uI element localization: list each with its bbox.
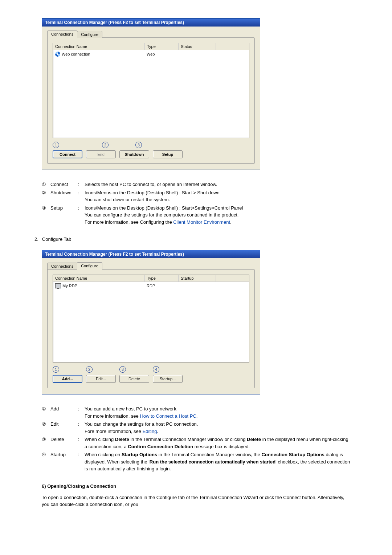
t4a-pre: When clicking on: [85, 452, 122, 457]
explanations-1: ① Connect : Selects the host PC to conne…: [42, 181, 350, 226]
section-2-num: 2.: [34, 236, 38, 242]
callout2-3: 3: [119, 366, 126, 373]
dialog1-callouts: 1 2 3: [53, 142, 249, 149]
num2-2: ②: [42, 421, 48, 435]
num-3: ③: [42, 204, 48, 226]
dialog1-buttons: Connect End Shutdown Setup: [53, 150, 249, 158]
text-startup: When clicking on Startup Options in the …: [85, 451, 350, 473]
dialog2-panel: Connection Name Type Startup My RDP RDP …: [47, 269, 255, 388]
label-shutdown: Shutdown: [50, 189, 75, 203]
setup-button[interactable]: Setup: [153, 150, 183, 158]
num-1: ①: [42, 181, 48, 188]
cell-name-2: My RDP: [53, 283, 144, 289]
dialog1-tabbar: Connections Configure: [47, 31, 255, 38]
end-button[interactable]: End: [86, 150, 116, 158]
tab-configure[interactable]: Configure: [77, 31, 102, 38]
t3b: You can configure the settings for the c…: [85, 212, 238, 218]
num2-3: ③: [42, 436, 48, 450]
t3c-pre: For more information, see Configuring th…: [85, 219, 173, 225]
text-setup: Icons/Menus on the Desktop (Desktop Shel…: [85, 204, 350, 226]
colon: :: [78, 451, 82, 473]
t3a-pre: When clicking: [85, 437, 115, 442]
dialog2-listbox[interactable]: Connection Name Type Startup My RDP RDP: [53, 275, 249, 362]
dialog2-body: Connections Configure Connection Name Ty…: [42, 258, 260, 394]
t3b-b2: Confirm Connection Deletion: [128, 444, 193, 449]
col-type[interactable]: Type: [145, 43, 179, 50]
text-edit: You can change the settings for a host P…: [85, 421, 350, 435]
text-delete: When clicking Delete in the Terminal Con…: [85, 436, 350, 450]
startup-button[interactable]: Startup...: [153, 375, 183, 383]
label-edit: Edit: [50, 421, 75, 435]
connect-button[interactable]: Connect: [53, 150, 82, 158]
shutdown-button[interactable]: Shutdown: [119, 150, 149, 158]
text-add: You can add a new host PC to your networ…: [85, 405, 350, 420]
link-how-to-connect[interactable]: How to Connect a Host PC: [140, 413, 196, 419]
col-startup-2[interactable]: Startup: [179, 275, 216, 281]
delete-button[interactable]: Delete: [119, 375, 149, 383]
add-button[interactable]: Add...: [53, 375, 82, 383]
num2-4: ④: [42, 451, 48, 473]
t4a-b2: Connection Startup Options: [261, 452, 324, 457]
dialog1-panel: Connection Name Type Status Web connecti…: [47, 37, 255, 164]
label-delete: Delete: [50, 436, 75, 450]
list-row-2[interactable]: My RDP RDP: [53, 282, 249, 290]
dialog2-callouts: 1 2 3 4: [53, 366, 249, 373]
col-status[interactable]: Status: [179, 43, 216, 50]
dialog1-body: Connections Configure Connection Name Ty…: [42, 27, 260, 170]
colon: :: [78, 421, 82, 435]
label-add: Add: [50, 405, 75, 420]
t3b-b1: Delete: [247, 437, 261, 442]
link-editing[interactable]: Editing: [143, 429, 157, 434]
dialog2-tabbar: Connections Configure: [47, 262, 255, 270]
tab-connections-2[interactable]: Connections: [47, 263, 77, 270]
dialog2-title: Terminal Connection Manager (Press F2 to…: [42, 250, 260, 258]
t4a-mid: in the Terminal Connection Manager windo…: [157, 452, 261, 457]
callout-3: 3: [135, 142, 142, 148]
colon: :: [78, 181, 82, 188]
section-2-header: 2. Configure Tab: [34, 236, 350, 242]
text-shutdown: Icons/Menus on the Desktop (Desktop Shel…: [85, 189, 350, 203]
cell-startup-2: [178, 283, 215, 289]
cell-name: Web connection: [53, 51, 144, 57]
t4a-b1: Startup Options: [122, 452, 157, 457]
t4a-b3: Run the selected connection automaticall…: [150, 459, 275, 465]
col-type-2[interactable]: Type: [145, 275, 179, 281]
callout-1: 1: [53, 142, 59, 148]
ie-icon: [55, 52, 60, 57]
cell-status: [178, 51, 215, 57]
t3b-post: message box is displayed.: [193, 444, 250, 449]
t2b: You can shut down or restart the system.: [85, 197, 170, 202]
tab-configure-2[interactable]: Configure: [77, 262, 102, 270]
dialog1-listbox[interactable]: Connection Name Type Status Web connecti…: [53, 43, 249, 138]
callout2-1: 1: [53, 366, 59, 373]
label-connect: Connect: [50, 181, 75, 188]
num2-1: ①: [42, 405, 48, 420]
t1b-pre: For more information, see: [85, 413, 140, 419]
t2b-pre: Fore more information, see: [85, 429, 143, 434]
edit-button[interactable]: Edit...: [86, 375, 116, 383]
heading-6: 6) Opening/Closing a Connection: [42, 483, 350, 489]
col-connection-name-2[interactable]: Connection Name: [53, 275, 145, 281]
label-setup: Setup: [50, 204, 75, 226]
t2a2: You can change the settings for a host P…: [85, 421, 198, 427]
colon: :: [78, 189, 82, 203]
callout2-2: 2: [86, 366, 93, 373]
col-connection-name[interactable]: Connection Name: [53, 43, 145, 50]
cell-name-text: Web connection: [62, 52, 90, 56]
colon: :: [78, 204, 82, 226]
dialog1-title: Terminal Connection Manager (Press F2 to…: [42, 19, 260, 27]
opening-closing-para: To open a connection, double-click a con…: [42, 494, 350, 508]
t3a: Icons/Menus on the Desktop (Desktop Shel…: [85, 205, 243, 211]
dialog2-list-head: Connection Name Type Startup: [53, 275, 249, 282]
explanations-2: ① Add : You can add a new host PC to you…: [42, 405, 350, 473]
t3a-mid: in the Terminal Connection Manager windo…: [129, 437, 247, 442]
list-row[interactable]: Web connection Web: [53, 50, 249, 58]
monitor-icon: [55, 283, 61, 288]
t3a-b1: Delete: [115, 437, 129, 442]
cell-type: Web: [144, 51, 178, 57]
tab-connections[interactable]: Connections: [47, 31, 77, 38]
text-connect: Selects the host PC to connect to, or op…: [85, 181, 350, 188]
link-client-monitor-env[interactable]: Client Monitor Environment: [173, 219, 230, 225]
label-startup: Startup: [50, 451, 75, 473]
callout-2: 2: [102, 142, 109, 148]
